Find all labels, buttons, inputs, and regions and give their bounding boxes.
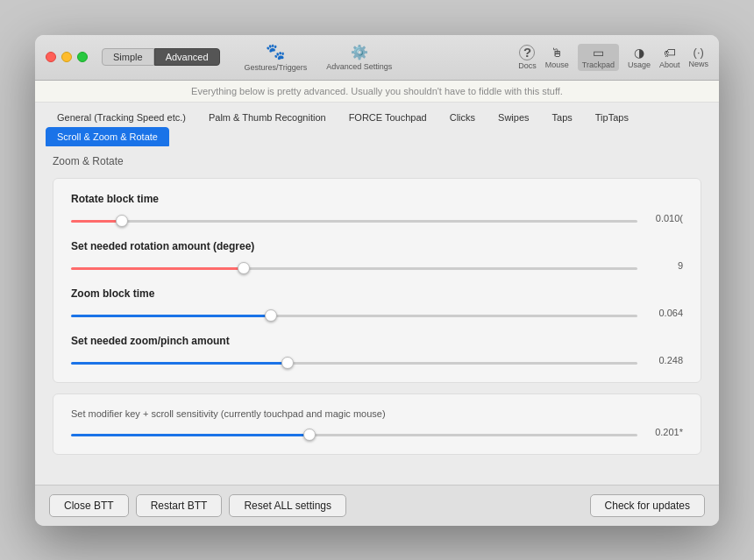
zoom-pinch-amount-value: 0.248 xyxy=(648,355,683,365)
rotate-block-time-row: 0.010( xyxy=(71,210,683,226)
traffic-lights xyxy=(46,52,88,62)
trackpad-label: Trackpad xyxy=(582,60,615,69)
advanced-mode-button[interactable]: Advanced xyxy=(154,48,220,66)
gestures-triggers-icon-group[interactable]: 🐾 Gestures/Triggers xyxy=(245,42,308,72)
modifier-panel: Set modifier key + scroll sensitivity (c… xyxy=(53,393,701,455)
news-icon-group[interactable]: (·) News xyxy=(688,46,708,68)
restart-btt-button[interactable]: Restart BTT xyxy=(136,494,223,517)
paw-icon: 🐾 xyxy=(266,42,285,61)
about-icon: 🏷 xyxy=(664,46,676,60)
sliders-icon: ⚙️ xyxy=(351,44,368,60)
bottom-left-buttons: Close BTT Restart BTT Reset ALL settings xyxy=(49,494,346,517)
modifier-label: Set modifier key + scroll sensitivity (c… xyxy=(71,408,683,419)
modifier-value: 0.201* xyxy=(648,427,683,437)
maximize-button[interactable] xyxy=(77,52,88,62)
help-icon: ? xyxy=(519,45,535,60)
mode-buttons: Simple Advanced xyxy=(102,48,220,66)
trackpad-icon: ▭ xyxy=(593,46,604,60)
docs-icon-group[interactable]: ? Docs xyxy=(518,45,537,70)
minimize-button[interactable] xyxy=(61,52,72,62)
rotation-amount-slider-container xyxy=(71,258,637,273)
check-updates-button[interactable]: Check for updates xyxy=(590,494,705,517)
main-window: Simple Advanced 🐾 Gestures/Triggers ⚙️ A… xyxy=(35,35,719,526)
simple-mode-button[interactable]: Simple xyxy=(102,48,154,66)
zoom-pinch-amount-group: Set needed zoom/pinch amount 0.248 xyxy=(71,335,683,368)
tab-palm[interactable]: Palm & Thumb Recognition xyxy=(197,108,338,127)
rotate-block-time-slider[interactable] xyxy=(71,220,637,223)
toolbar-icons: 🐾 Gestures/Triggers ⚙️ Advanced Settings xyxy=(245,42,393,72)
rotate-block-time-group: Rotate block time 0.010( xyxy=(71,193,683,226)
rotation-amount-group: Set needed rotation amount (degree) 9 xyxy=(71,240,683,273)
tabs-row: General (Tracking Speed etc.) Palm & Thu… xyxy=(35,103,719,146)
section-title: Zoom & Rotate xyxy=(53,155,701,167)
warning-text: Everything below is pretty advanced. Usu… xyxy=(191,86,563,96)
rotation-amount-slider[interactable] xyxy=(71,267,637,270)
zoom-block-time-row: 0.064 xyxy=(71,305,683,321)
trackpad-icon-group[interactable]: ▭ Trackpad xyxy=(578,44,619,71)
mouse-icon-group[interactable]: 🖱 Mouse xyxy=(545,46,569,69)
content-area: Everything below is pretty advanced. Usu… xyxy=(35,81,719,485)
warning-bar: Everything below is pretty advanced. Usu… xyxy=(35,81,719,103)
mouse-icon: 🖱 xyxy=(551,46,563,60)
tab-clicks[interactable]: Clicks xyxy=(438,108,487,127)
about-label: About xyxy=(659,60,680,69)
close-button[interactable] xyxy=(46,52,56,62)
main-content: Zoom & Rotate Rotate block time 0.010( S… xyxy=(35,146,719,485)
about-icon-group[interactable]: 🏷 About xyxy=(659,46,680,69)
tab-force[interactable]: FORCE Touchpad xyxy=(338,108,438,127)
zoom-block-time-group: Zoom block time 0.064 xyxy=(71,287,683,321)
news-label: News xyxy=(688,60,708,68)
modifier-slider-container xyxy=(71,424,637,440)
titlebar: Simple Advanced 🐾 Gestures/Triggers ⚙️ A… xyxy=(35,35,719,81)
zoom-block-time-slider-container xyxy=(71,305,637,321)
zoom-pinch-amount-slider[interactable] xyxy=(71,362,637,365)
sliders-panel: Rotate block time 0.010( Set needed rota… xyxy=(53,178,701,383)
reset-settings-button[interactable]: Reset ALL settings xyxy=(229,494,346,517)
rotation-amount-label: Set needed rotation amount (degree) xyxy=(71,240,683,252)
zoom-pinch-amount-row: 0.248 xyxy=(71,352,683,368)
close-btt-button[interactable]: Close BTT xyxy=(49,494,129,517)
right-toolbar-icons: ? Docs 🖱 Mouse ▭ Trackpad ◑ Usage 🏷 Abou… xyxy=(518,44,708,71)
zoom-pinch-amount-label: Set needed zoom/pinch amount xyxy=(71,335,683,347)
modifier-slider[interactable] xyxy=(71,434,637,436)
news-icon: (·) xyxy=(694,46,704,59)
rotate-block-time-value: 0.010( xyxy=(648,213,683,223)
tab-general[interactable]: General (Tracking Speed etc.) xyxy=(46,108,197,127)
zoom-block-time-label: Zoom block time xyxy=(71,287,683,300)
mouse-label: Mouse xyxy=(545,60,569,69)
rotation-amount-row: 9 xyxy=(71,258,683,273)
advanced-settings-label: Advanced Settings xyxy=(326,62,392,71)
rotate-block-time-slider-container xyxy=(71,210,637,226)
usage-icon-group[interactable]: ◑ Usage xyxy=(628,46,651,69)
usage-icon: ◑ xyxy=(634,46,644,60)
usage-label: Usage xyxy=(628,60,651,69)
tab-tiptaps[interactable]: TipTaps xyxy=(584,108,640,127)
docs-label: Docs xyxy=(518,61,537,70)
tab-scroll[interactable]: Scroll & Zoom & Rotate xyxy=(46,127,169,146)
tab-swipes[interactable]: Swipes xyxy=(487,108,540,127)
zoom-block-time-value: 0.064 xyxy=(648,308,683,318)
zoom-pinch-amount-slider-container xyxy=(71,352,637,368)
bottom-bar: Close BTT Restart BTT Reset ALL settings… xyxy=(35,485,719,526)
rotate-block-time-label: Rotate block time xyxy=(71,193,683,205)
zoom-block-time-slider[interactable] xyxy=(71,315,637,317)
modifier-slider-row: 0.201* xyxy=(71,424,683,440)
tab-taps[interactable]: Taps xyxy=(541,108,584,127)
gestures-label: Gestures/Triggers xyxy=(245,63,308,72)
advanced-settings-icon-group[interactable]: ⚙️ Advanced Settings xyxy=(326,44,392,71)
rotation-amount-value: 9 xyxy=(648,260,683,271)
